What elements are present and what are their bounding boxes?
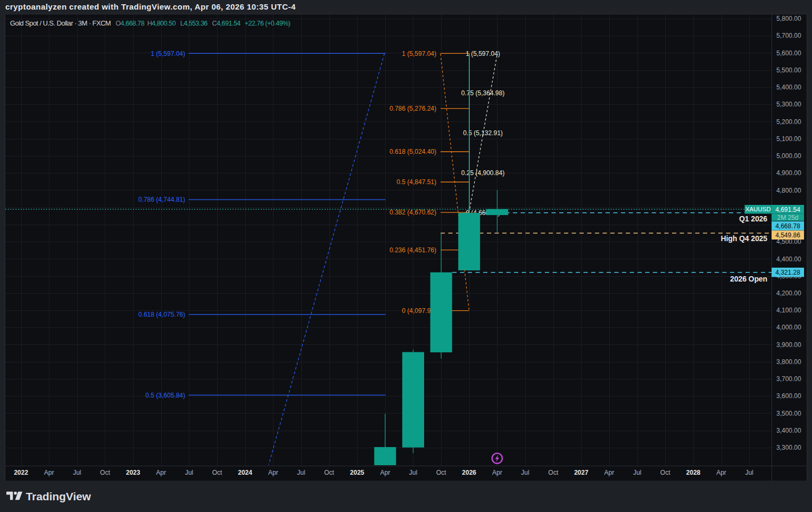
svg-text:Jul: Jul bbox=[297, 469, 305, 476]
svg-text:0.75 (5,364.98): 0.75 (5,364.98) bbox=[461, 89, 504, 97]
svg-text:2026 Open: 2026 Open bbox=[730, 275, 767, 283]
svg-text:Apr: Apr bbox=[716, 469, 726, 476]
svg-text:+22.76 (+0.49%): +22.76 (+0.49%) bbox=[245, 20, 291, 27]
svg-text:4,200.00: 4,200.00 bbox=[776, 290, 801, 297]
svg-text:XAUUSD: XAUUSD bbox=[745, 206, 771, 212]
svg-text:0.25 (4,900.84): 0.25 (4,900.84) bbox=[461, 169, 504, 177]
svg-text:0.236 (4,451.76): 0.236 (4,451.76) bbox=[390, 246, 436, 254]
svg-text:Oct: Oct bbox=[324, 469, 334, 476]
svg-text:5,300.00: 5,300.00 bbox=[776, 101, 801, 108]
svg-text:Jul: Jul bbox=[633, 469, 641, 476]
svg-text:High Q4 2025: High Q4 2025 bbox=[720, 234, 767, 243]
svg-text:4,100.00: 4,100.00 bbox=[776, 307, 801, 314]
svg-text:5,100.00: 5,100.00 bbox=[776, 135, 801, 143]
svg-text:4,800.00: 4,800.00 bbox=[776, 187, 801, 194]
svg-text:H4,800.50: H4,800.50 bbox=[147, 20, 176, 27]
svg-text:Oct: Oct bbox=[212, 469, 222, 476]
svg-text:5,000.00: 5,000.00 bbox=[776, 152, 801, 160]
svg-text:Oct: Oct bbox=[100, 469, 110, 476]
svg-text:Apr: Apr bbox=[492, 469, 502, 476]
svg-text:5,600.00: 5,600.00 bbox=[776, 49, 801, 57]
svg-text:2023: 2023 bbox=[126, 469, 140, 476]
svg-text:2M 25d: 2M 25d bbox=[777, 214, 798, 221]
svg-text:4,900.00: 4,900.00 bbox=[776, 169, 801, 177]
svg-text:3,800.00: 3,800.00 bbox=[776, 358, 801, 366]
svg-text:1 (5,597.04): 1 (5,597.04) bbox=[466, 50, 500, 57]
svg-text:Jul: Jul bbox=[185, 469, 193, 476]
svg-text:2027: 2027 bbox=[574, 469, 589, 476]
svg-text:3,600.00: 3,600.00 bbox=[776, 392, 801, 400]
svg-text:5,800.00: 5,800.00 bbox=[776, 15, 801, 22]
svg-text:O4,668.78: O4,668.78 bbox=[115, 20, 144, 27]
svg-text:5,200.00: 5,200.00 bbox=[776, 118, 801, 126]
svg-text:0.786 (4,744.81): 0.786 (4,744.81) bbox=[138, 196, 185, 203]
svg-text:5,400.00: 5,400.00 bbox=[776, 84, 801, 91]
svg-text:Apr: Apr bbox=[268, 469, 278, 476]
svg-text:2025: 2025 bbox=[350, 469, 364, 476]
svg-text:4,000.00: 4,000.00 bbox=[776, 324, 801, 331]
svg-text:Jul: Jul bbox=[409, 469, 417, 476]
svg-text:0.5 (3,605.84): 0.5 (3,605.84) bbox=[145, 392, 185, 399]
svg-text:3,900.00: 3,900.00 bbox=[776, 341, 801, 349]
svg-text:1 (5,597.04): 1 (5,597.04) bbox=[151, 50, 185, 57]
svg-text:5,500.00: 5,500.00 bbox=[776, 67, 801, 74]
svg-text:Oct: Oct bbox=[548, 469, 558, 476]
svg-text:2022: 2022 bbox=[14, 469, 28, 476]
svg-text:4,668.78: 4,668.78 bbox=[775, 222, 800, 230]
svg-text:0.618 (4,075.76): 0.618 (4,075.76) bbox=[138, 311, 185, 318]
svg-text:Gold Spot / U.S. Dollar · 3M ·: Gold Spot / U.S. Dollar · 3M · FXCM bbox=[10, 19, 111, 27]
svg-text:Jul: Jul bbox=[73, 469, 81, 476]
svg-text:3,700.00: 3,700.00 bbox=[776, 375, 801, 383]
svg-text:L4,553.36: L4,553.36 bbox=[180, 20, 208, 27]
svg-text:2024: 2024 bbox=[238, 469, 252, 476]
svg-text:C4,691.54: C4,691.54 bbox=[212, 20, 241, 27]
svg-text:0.382 (4,670.62): 0.382 (4,670.62) bbox=[390, 209, 436, 216]
svg-text:0.5 (4,847.51): 0.5 (4,847.51) bbox=[396, 178, 436, 186]
svg-text:Oct: Oct bbox=[660, 469, 670, 476]
svg-text:2028: 2028 bbox=[686, 469, 701, 476]
svg-text:0.786 (5,276.24): 0.786 (5,276.24) bbox=[390, 105, 436, 112]
svg-text:Apr: Apr bbox=[604, 469, 615, 476]
svg-text:Jul: Jul bbox=[521, 469, 529, 476]
svg-text:Oct: Oct bbox=[436, 469, 446, 476]
svg-text:Apr: Apr bbox=[380, 469, 390, 476]
svg-text:4,400.00: 4,400.00 bbox=[776, 255, 801, 263]
svg-text:5,700.00: 5,700.00 bbox=[776, 32, 801, 39]
svg-text:Apr: Apr bbox=[44, 469, 54, 476]
svg-text:2026: 2026 bbox=[462, 469, 476, 476]
svg-text:Jul: Jul bbox=[745, 469, 753, 476]
svg-text:1 (5,597.04): 1 (5,597.04) bbox=[402, 50, 436, 57]
svg-text:Q1 2026: Q1 2026 bbox=[739, 214, 767, 223]
svg-text:0.618 (5,024.40): 0.618 (5,024.40) bbox=[390, 148, 436, 155]
svg-text:4,691.54: 4,691.54 bbox=[775, 206, 800, 213]
svg-text:4,321.28: 4,321.28 bbox=[775, 269, 800, 276]
svg-text:Apr: Apr bbox=[156, 469, 166, 476]
svg-text:4,549.86: 4,549.86 bbox=[775, 232, 800, 239]
svg-text:3,400.00: 3,400.00 bbox=[776, 427, 801, 434]
svg-text:3,500.00: 3,500.00 bbox=[776, 410, 801, 417]
svg-text:3,300.00: 3,300.00 bbox=[776, 444, 801, 451]
